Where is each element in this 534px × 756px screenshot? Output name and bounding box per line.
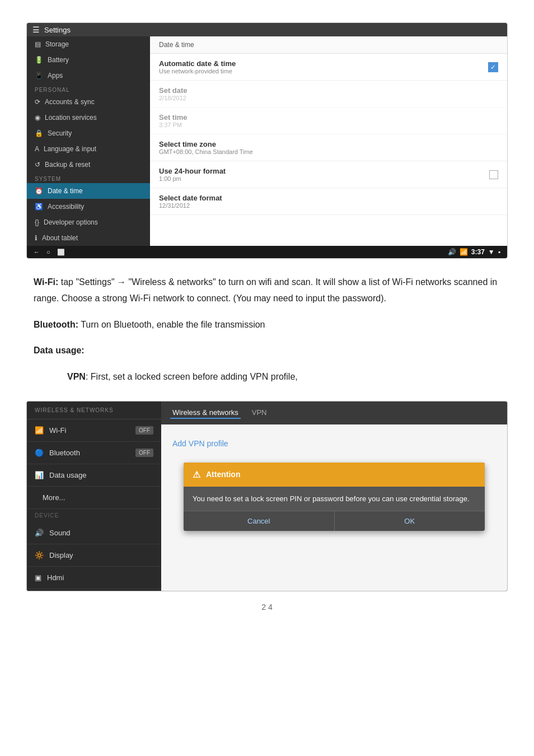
- sidebar-item-label: Accounts & sync: [45, 98, 95, 106]
- wifi-icon: 📶: [35, 426, 44, 435]
- sidebar-section-system: SYSTEM: [27, 172, 150, 183]
- location-icon: ◉: [35, 114, 40, 122]
- statusbar-left: ← ○ ⬜: [34, 249, 65, 256]
- sidebar-item-datetime[interactable]: ⏰ Date & time: [27, 183, 150, 199]
- accessibility-icon: ♿: [35, 203, 43, 211]
- wifi-icon: 📶: [460, 248, 468, 256]
- bluetooth-icon: 🔵: [35, 449, 44, 457]
- attention-dialog: ⚠ Attention You need to set a lock scree…: [184, 463, 485, 531]
- hdmi-icon: ▣: [35, 573, 41, 582]
- content-item-24h[interactable]: Use 24-hour format 1:00 pm: [150, 161, 507, 188]
- wireless-device-section: DEVICE: [27, 509, 161, 522]
- attention-ok-button[interactable]: OK: [335, 511, 485, 531]
- vpn-bold: VPN: [67, 372, 86, 381]
- settings-screenshot: ☰ Settings ▤ Storage 🔋 Battery 📱 Apps: [26, 22, 508, 259]
- wireless-sidebar-display[interactable]: 🔆 Display: [27, 544, 161, 567]
- wireless-content-body: Add VPN profile ⚠ Attention You need to …: [161, 424, 507, 542]
- settings-title: Settings: [44, 26, 71, 34]
- data-usage-paragraph: Data usage:: [34, 343, 500, 359]
- sidebar-item-battery[interactable]: 🔋 Battery: [27, 52, 150, 68]
- sidebar-item-label: Backup & reset: [45, 161, 90, 169]
- sidebar-item-storage[interactable]: ▤ Storage: [27, 36, 150, 52]
- page-number: 2 4: [11, 603, 523, 612]
- add-vpn-button[interactable]: Add VPN profile: [172, 436, 496, 451]
- battery-icon: ▪: [498, 248, 500, 256]
- check-auto: ✓: [488, 62, 498, 72]
- statusbar-right: 🔊 📶 3:37 ▼ ▪: [448, 248, 500, 256]
- attention-body: You need to set a lock screen PIN or pas…: [184, 487, 485, 511]
- item-sub-date: 2/18/2012: [159, 95, 188, 101]
- tab-vpn[interactable]: VPN: [250, 407, 269, 419]
- sidebar-item-security[interactable]: 🔒 Security: [27, 125, 150, 141]
- sidebar-item-backup[interactable]: ↺ Backup & reset: [27, 157, 150, 172]
- bluetooth-badge: OFF: [135, 449, 153, 457]
- data-usage-icon: 📊: [35, 471, 44, 479]
- bluetooth-bold: Bluetooth:: [34, 320, 78, 329]
- wireless-content-header: Wireless & networks VPN: [161, 402, 507, 424]
- signal-icon: ▼: [488, 248, 495, 256]
- display-icon: 🔆: [35, 551, 44, 559]
- content-item-set-time: Set time 3:37 PM: [150, 108, 507, 134]
- bluetooth-paragraph: Bluetooth: Turn on Bluetooth, enable the…: [34, 317, 500, 333]
- sidebar-item-about[interactable]: ℹ About tablet: [27, 230, 150, 246]
- sidebar-item-location[interactable]: ◉ Location services: [27, 110, 150, 125]
- data-usage-bold: Data usage:: [34, 346, 85, 355]
- sidebar-item-label: Accessibility: [48, 203, 84, 211]
- sidebar-item-label: About tablet: [42, 234, 78, 242]
- wireless-sidebar-sound[interactable]: 🔊 Sound: [27, 522, 161, 544]
- settings-window: ☰ Settings ▤ Storage 🔋 Battery 📱 Apps: [27, 23, 507, 258]
- content-item-auto-datetime[interactable]: Automatic date & time Use network-provid…: [150, 54, 507, 81]
- page-number-text: 2 4: [261, 603, 272, 612]
- status-time: 3:37: [471, 248, 485, 256]
- wifi-label: Wi-Fi: [49, 426, 66, 435]
- back-button[interactable]: ←: [34, 249, 40, 256]
- item-label-time: Set time: [159, 113, 188, 122]
- sidebar-item-label: Storage: [45, 40, 69, 48]
- data-usage-label: Data usage: [49, 471, 87, 479]
- datetime-icon: ⏰: [35, 187, 43, 195]
- sidebar-item-label: Battery: [48, 56, 69, 64]
- wireless-sidebar-hdmi[interactable]: ▣ Hdmi: [27, 567, 161, 589]
- sidebar-item-developer[interactable]: {} Developer options: [27, 214, 150, 230]
- wireless-screenshot: WIRELESS & NETWORKS 📶 Wi-Fi OFF 🔵 Blueto…: [26, 401, 508, 591]
- home-button[interactable]: ○: [46, 249, 50, 256]
- apps-icon: 📱: [35, 72, 43, 80]
- tab-wireless-networks[interactable]: Wireless & networks: [170, 407, 241, 419]
- settings-content: Date & time Automatic date & time Use ne…: [150, 36, 507, 246]
- content-item-date-format[interactable]: Select date format 12/31/2012: [150, 188, 507, 215]
- vpn-paragraph: VPN: First, set a locked screen before a…: [67, 369, 500, 385]
- content-section-title: Date & time: [150, 36, 507, 54]
- wireless-sidebar: WIRELESS & NETWORKS 📶 Wi-Fi OFF 🔵 Blueto…: [27, 402, 161, 591]
- sound-icon: 🔊: [35, 529, 44, 537]
- item-label-date: Set date: [159, 86, 188, 95]
- wireless-sidebar-bluetooth[interactable]: 🔵 Bluetooth OFF: [27, 442, 161, 464]
- language-icon: A: [35, 145, 39, 153]
- attention-cancel-button[interactable]: Cancel: [184, 511, 335, 531]
- wireless-sidebar-data-usage[interactable]: 📊 Data usage: [27, 464, 161, 487]
- vpn-text: : First, set a locked screen before addi…: [86, 372, 298, 381]
- recents-button[interactable]: ⬜: [57, 249, 65, 256]
- item-label-auto: Automatic date & time: [159, 59, 236, 68]
- sidebar-item-label: Security: [48, 129, 72, 137]
- bluetooth-label: Bluetooth: [49, 449, 80, 457]
- wifi-bold: Wi-Fi:: [34, 277, 58, 287]
- accounts-icon: ⟳: [35, 98, 40, 106]
- sidebar-item-accounts[interactable]: ⟳ Accounts & sync: [27, 94, 150, 110]
- sidebar-item-label: Location services: [45, 114, 97, 122]
- body-text-section: Wi-Fi: tap "Settings" → "Wireless & netw…: [34, 274, 500, 385]
- wireless-sidebar-more[interactable]: More...: [27, 487, 161, 509]
- wireless-sidebar-wifi[interactable]: 📶 Wi-Fi OFF: [27, 419, 161, 442]
- sound-label: Sound: [49, 529, 71, 537]
- sidebar-item-accessibility[interactable]: ♿ Accessibility: [27, 199, 150, 214]
- developer-icon: {}: [35, 218, 39, 226]
- security-icon: 🔒: [35, 129, 43, 137]
- content-item-timezone[interactable]: Select time zone GMT+08:00, China Standa…: [150, 134, 507, 161]
- attention-header: ⚠ Attention: [184, 463, 485, 487]
- attention-icon: ⚠: [193, 469, 200, 480]
- sidebar-item-apps[interactable]: 📱 Apps: [27, 68, 150, 83]
- sidebar-item-language[interactable]: A Language & input: [27, 141, 150, 157]
- item-sub-24h: 1:00 pm: [159, 175, 226, 182]
- hdmi-label: Hdmi: [47, 573, 64, 582]
- wireless-sidebar-header: WIRELESS & NETWORKS: [27, 402, 161, 419]
- checkbox-24h[interactable]: [489, 170, 498, 179]
